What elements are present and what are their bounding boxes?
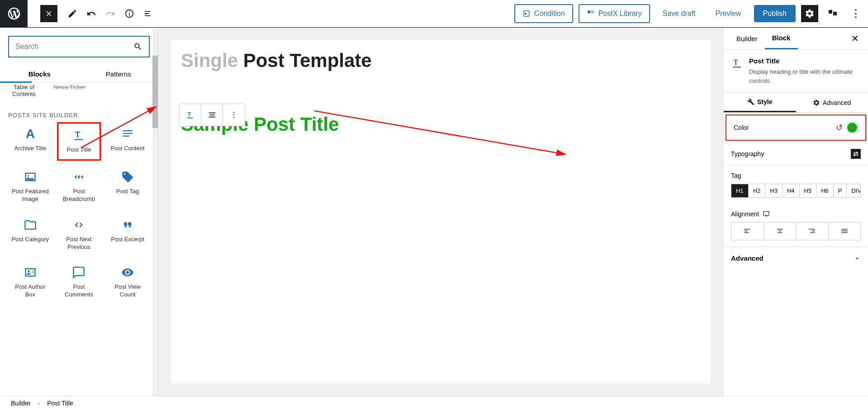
svg-rect-17 <box>209 113 215 114</box>
svg-rect-14 <box>31 272 34 273</box>
svg-rect-19 <box>209 117 215 118</box>
settings-icon[interactable] <box>801 5 818 22</box>
tab-block[interactable]: Block <box>765 28 798 49</box>
breadcrumb-item[interactable]: Post Title <box>47 400 73 407</box>
align-justify[interactable] <box>829 223 861 240</box>
block-post-title[interactable]: TPost Title <box>57 122 101 161</box>
typography-row[interactable]: Typography <box>724 143 868 166</box>
more-options-icon[interactable] <box>847 5 864 22</box>
svg-rect-16 <box>187 118 193 119</box>
list-view-icon[interactable] <box>140 5 157 22</box>
sample-post-title[interactable]: Sample Post Title <box>181 114 701 135</box>
align-icon[interactable] <box>201 104 223 126</box>
svg-point-21 <box>233 114 235 116</box>
svg-point-31 <box>854 154 855 156</box>
svg-rect-18 <box>209 114 214 115</box>
block-post-view-count[interactable]: Post View Count <box>105 261 150 304</box>
tab-blocks[interactable]: Blocks <box>0 66 79 82</box>
info-icon[interactable] <box>121 5 138 22</box>
svg-rect-2 <box>829 10 832 14</box>
block-desc: Display heading or title with the ultima… <box>749 67 861 85</box>
undo-icon[interactable] <box>83 5 100 22</box>
block-post-excerpt[interactable]: Post Excerpt <box>105 213 150 257</box>
svg-text:T: T <box>75 130 81 139</box>
svg-rect-32 <box>764 212 769 215</box>
breadcrumb-builder[interactable]: Builder <box>11 400 31 407</box>
svg-point-10 <box>27 175 29 177</box>
close-button[interactable] <box>40 5 57 22</box>
tag-selector[interactable]: H1 H2 H3 H4 H5 H6 P DIV SPAN <box>731 184 861 198</box>
svg-rect-26 <box>733 67 740 67</box>
section-title: POSTX SITE BUILDER <box>8 112 150 119</box>
tag-h1[interactable]: H1 <box>731 184 749 197</box>
block-post-next-previous[interactable]: Post Next Previous <box>57 213 101 257</box>
svg-text:T: T <box>187 111 191 118</box>
svg-point-20 <box>233 112 235 113</box>
svg-rect-45 <box>841 232 848 233</box>
svg-rect-33 <box>765 216 767 216</box>
tag-h3[interactable]: H3 <box>765 184 783 197</box>
color-swatch[interactable] <box>846 122 858 133</box>
typography-settings-icon[interactable] <box>851 149 861 159</box>
condition-button[interactable]: Condition <box>514 4 573 23</box>
chevron-down-icon <box>854 255 861 262</box>
align-right[interactable] <box>796 223 829 240</box>
subtab-advanced[interactable]: Advanced <box>796 93 868 112</box>
block-post-author-box[interactable]: Post Author Box <box>8 261 52 304</box>
svg-rect-1 <box>591 10 593 13</box>
svg-text:T: T <box>734 58 738 67</box>
block-type-icon[interactable]: T <box>180 104 201 126</box>
svg-rect-36 <box>745 232 749 233</box>
post-title-icon: T <box>731 57 744 70</box>
device-icon[interactable] <box>763 210 770 218</box>
edit-icon[interactable] <box>64 5 81 22</box>
tab-builder[interactable]: Builder <box>729 29 765 49</box>
redo-icon <box>102 5 119 22</box>
tag-h2[interactable]: H2 <box>749 184 766 197</box>
svg-rect-8 <box>123 136 129 137</box>
align-center[interactable] <box>764 223 797 240</box>
block-post-comments[interactable]: Post Comments <box>57 261 101 304</box>
advanced-accordion[interactable]: Advanced <box>724 247 868 269</box>
close-panel-icon[interactable]: ✕ <box>848 29 863 48</box>
save-draft-button[interactable]: Save draft <box>655 5 703 22</box>
block-news-ticker-partial: News Ticker <box>53 84 85 97</box>
color-row[interactable]: Color ↺ <box>726 114 866 141</box>
block-post-featured-image[interactable]: Post Featured Image <box>8 165 52 209</box>
tag-p[interactable]: P <box>834 184 847 197</box>
svg-point-12 <box>28 271 30 273</box>
block-post-content[interactable]: Post Content <box>105 122 150 161</box>
subtab-style[interactable]: Style <box>724 93 796 112</box>
svg-rect-41 <box>812 231 816 232</box>
block-post-breadcrumb[interactable]: Post Breadcrumb <box>57 165 101 209</box>
block-post-category[interactable]: Post Category <box>8 213 52 257</box>
svg-point-22 <box>233 117 235 118</box>
svg-rect-44 <box>841 231 848 232</box>
dashboard-icon[interactable] <box>824 5 841 22</box>
search-icon <box>133 42 142 51</box>
postx-library-button[interactable]: PostX Library <box>579 4 650 23</box>
scrollbar[interactable] <box>152 28 158 396</box>
block-post-tag[interactable]: Post Tag <box>105 165 150 209</box>
svg-rect-43 <box>841 229 848 230</box>
tag-h6[interactable]: H6 <box>816 184 834 197</box>
tab-patterns[interactable]: Patterns <box>79 66 158 82</box>
block-name-label: Post Title <box>749 57 861 65</box>
preview-button[interactable]: Preview <box>708 5 749 22</box>
wordpress-logo[interactable] <box>0 0 28 28</box>
tag-h5[interactable]: H5 <box>800 184 817 197</box>
tag-h4[interactable]: H4 <box>783 184 800 197</box>
block-archive-title[interactable]: AArchive Title <box>8 122 52 161</box>
tag-div[interactable]: DIV <box>847 184 861 197</box>
search-input[interactable] <box>8 36 150 57</box>
svg-rect-0 <box>588 10 590 13</box>
align-left[interactable] <box>731 223 764 240</box>
block-more-icon[interactable] <box>223 104 245 126</box>
reset-icon[interactable]: ↺ <box>836 123 843 133</box>
svg-point-30 <box>856 152 858 153</box>
publish-button[interactable]: Publish <box>754 5 796 22</box>
svg-rect-38 <box>778 231 782 232</box>
svg-rect-37 <box>777 229 783 230</box>
tag-label: Tag <box>731 172 861 179</box>
block-toolbar[interactable]: T <box>179 104 245 126</box>
